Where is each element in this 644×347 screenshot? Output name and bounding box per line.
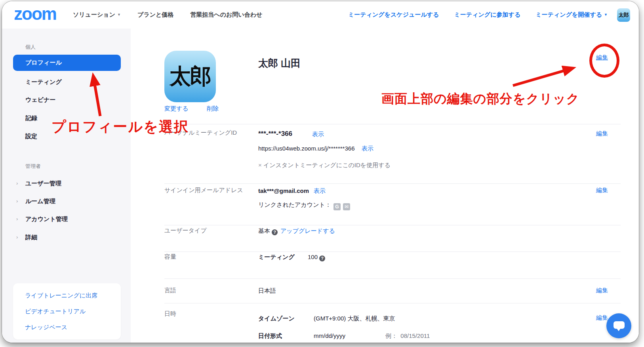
pmi-value: ***-***-*366 — [258, 130, 292, 138]
join-meeting-link[interactable]: ミーティングに参加する — [454, 11, 520, 19]
sidebar-section-admin: 管理者 — [25, 163, 41, 170]
help-card: ライブトレーニングに出席 ビデオチュートリアル ナレッジベース — [13, 283, 121, 339]
nav-solutions[interactable]: ソリューション▼ — [73, 11, 121, 19]
chat-bubble-tail — [617, 328, 621, 331]
delete-avatar-link[interactable]: 削除 — [207, 105, 219, 112]
schedule-meeting-link[interactable]: ミーティングをスケジュールする — [348, 11, 439, 19]
capacity-row-label: 容量 — [164, 253, 176, 261]
user-type-row-label: ユーザータイプ — [164, 227, 207, 235]
browser-window: zoom ソリューション▼ プランと価格 営業担当へのお問い合わせ ミーティング… — [2, 1, 639, 343]
profile-name: 太郎 山田 — [258, 57, 301, 70]
chevron-right-icon[interactable]: › — [16, 216, 18, 222]
timezone-key: タイムゾーン — [258, 315, 295, 322]
sidebar-item-recordings[interactable]: 記録 — [25, 114, 37, 122]
sidebar-section-personal: 個人 — [25, 44, 36, 51]
chevron-right-icon[interactable]: › — [16, 234, 18, 240]
language-edit-link[interactable]: 編集 — [596, 287, 608, 294]
annotation-circle — [589, 44, 619, 78]
host-meeting-link[interactable]: ミーティングを開催する▼ — [535, 11, 608, 19]
divider — [164, 225, 621, 225]
email-show-link[interactable]: 表示 — [314, 187, 326, 195]
sidebar-item-settings[interactable]: 設定 — [25, 133, 37, 140]
google-icon: G — [333, 203, 341, 210]
sidebar-item-meetings[interactable]: ミーティング — [25, 78, 62, 86]
chevron-down-icon: ▼ — [117, 13, 121, 17]
top-navbar: zoom ソリューション▼ プランと価格 営業担当へのお問い合わせ ミーティング… — [2, 1, 639, 29]
attend-live-training-link[interactable]: ライブトレーニングに出席 — [25, 292, 97, 299]
email-row-label: サインイン用メールアドレス — [164, 187, 243, 194]
upgrade-link[interactable]: アップグレードする — [280, 227, 335, 235]
knowledge-base-link[interactable]: ナレッジベース — [25, 324, 67, 331]
change-avatar-link[interactable]: 変更する — [164, 105, 189, 112]
email-value: tak***@gmail.com — [258, 187, 309, 194]
date-format-key: 日付形式 — [258, 332, 282, 340]
divider — [164, 124, 621, 124]
chevron-down-icon: ▼ — [604, 13, 608, 17]
pmi-edit-link[interactable]: 編集 — [596, 130, 608, 137]
linked-accounts: リンクされたアカウント：G✉ — [258, 201, 350, 210]
pmi-url-show-link[interactable]: 表示 — [362, 145, 373, 153]
sidebar-item-room-management[interactable]: ルーム管理 — [25, 198, 55, 205]
x-mark-icon: × — [258, 162, 262, 168]
datetime-row-label: 日時 — [164, 310, 176, 318]
email-edit-link[interactable]: 編集 — [596, 187, 608, 194]
language-row-label: 言語 — [164, 287, 176, 294]
capacity-key: ミーティング — [258, 254, 295, 261]
divider — [164, 303, 621, 303]
capacity-value: 100 ? — [308, 254, 325, 261]
chat-bubble-icon — [614, 321, 625, 329]
nav-plans-pricing[interactable]: プランと価格 — [137, 11, 173, 19]
chat-widget-button[interactable] — [606, 313, 631, 338]
pmi-url: https://us04web.zoom.us/j/*******366 — [258, 145, 354, 152]
sidebar-item-account-management[interactable]: アカウント管理 — [25, 215, 68, 223]
language-value: 日本語 — [258, 287, 276, 295]
annotation-select-profile: プロフィールを選択 — [51, 117, 189, 137]
help-icon[interactable]: ? — [272, 229, 278, 235]
divider — [164, 278, 621, 279]
zoom-logo[interactable]: zoom — [14, 5, 56, 25]
pmi-instant-toggle: × インスタントミーティングにこのIDを使用する — [258, 162, 391, 169]
user-avatar[interactable]: 太郎 — [617, 8, 630, 22]
date-format-value: mm/dd/yyyy — [314, 332, 345, 339]
annotation-click-edit: 画面上部の編集の部分をクリック — [381, 90, 579, 108]
sidebar-item-user-management[interactable]: ユーザー管理 — [25, 180, 61, 187]
date-format-example: 例： 08/15/2011 — [385, 332, 430, 340]
user-type-value: 基本 ? — [258, 227, 278, 235]
chevron-right-icon[interactable]: › — [16, 198, 18, 204]
sidebar-item-webinars[interactable]: ウェビナー — [25, 96, 55, 104]
timezone-value: (GMT+9:00) 大阪、札幌、東京 — [314, 315, 395, 322]
pmi-show-link[interactable]: 表示 — [312, 131, 324, 138]
sidebar-item-profile[interactable]: プロフィール — [13, 55, 121, 71]
sidebar-item-advanced[interactable]: 詳細 — [25, 234, 37, 241]
datetime-edit-link[interactable]: 編集 — [596, 314, 608, 322]
sidebar: 個人 プロフィール ミーティング ウェビナー 記録 設定 管理者 › ユーザー管… — [2, 29, 131, 343]
profile-avatar: 太郎 — [164, 51, 216, 102]
nav-contact-sales[interactable]: 営業担当へのお問い合わせ — [190, 11, 262, 19]
divider — [164, 252, 621, 252]
divider — [164, 183, 621, 184]
help-icon[interactable]: ? — [319, 255, 325, 261]
video-tutorials-link[interactable]: ビデオチュートリアル — [25, 308, 86, 315]
mail-icon: ✉ — [343, 203, 350, 210]
chevron-right-icon[interactable]: › — [16, 180, 18, 186]
